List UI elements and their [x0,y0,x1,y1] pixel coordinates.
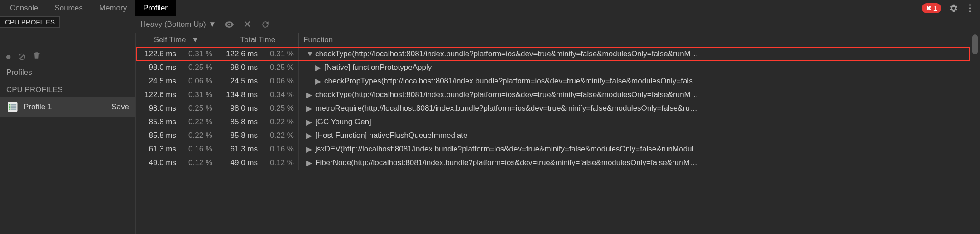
self-cell: 98.0 ms0.25 % [136,102,217,115]
self-pct: 0.16 % [179,145,215,154]
total-pct: 0.34 % [260,90,297,99]
chevron-right-icon[interactable]: ▶ [306,90,312,100]
table-row[interactable]: 98.0 ms0.25 %98.0 ms0.25 %▶metroRequire(… [136,102,970,115]
trash-icon[interactable] [32,51,41,63]
view-mode-dropdown[interactable]: Heavy (Bottom Up) ▼ [140,20,216,29]
chevron-right-icon[interactable]: ▶ [306,131,312,141]
svg-rect-2 [9,106,10,107]
function-cell: ▶FiberNode(http://localhost:8081/index.b… [299,156,970,170]
sidebar: ● ⊘ Profiles CPU PROFILES Profile 1 Save [0,33,136,234]
cpu-profiles-chip[interactable]: CPU PROFILES [0,16,60,28]
error-icon: ✖ [926,5,932,12]
svg-rect-1 [9,104,10,105]
total-cell: 134.8 ms0.34 % [217,88,299,102]
chevron-right-icon[interactable]: ▶ [306,117,312,127]
function-cell: ▶[Native] functionPrototypeApply [299,61,970,74]
self-pct: 0.25 % [179,63,215,72]
total-cell: 61.3 ms0.16 % [217,142,299,156]
table-row[interactable]: 98.0 ms0.25 %98.0 ms0.25 %▶[Native] func… [136,61,970,74]
svg-rect-3 [9,107,10,108]
function-name: metroRequire(http://localhost:8081/index… [315,104,697,113]
table-row[interactable]: 122.6 ms0.31 %134.8 ms0.34 %▶checkType(h… [136,88,970,102]
chevron-right-icon[interactable]: ▶ [306,145,312,154]
tab-sources[interactable]: Sources [46,0,91,16]
total-ms: 98.0 ms [217,63,260,72]
chevron-right-icon[interactable]: ▶ [315,77,322,86]
sidebar-item-save-link[interactable]: Save [111,102,129,112]
self-cell: 24.5 ms0.06 % [136,74,217,88]
total-pct: 0.31 % [260,49,297,58]
eye-icon[interactable] [224,20,234,29]
chevron-right-icon[interactable]: ▶ [315,63,322,73]
svg-rect-6 [11,106,17,107]
sidebar-group-cpu-profiles: CPU PROFILES [0,81,135,97]
record-icon[interactable]: ● [5,51,11,63]
self-pct: 0.31 % [179,49,215,58]
svg-rect-4 [9,109,10,110]
table-row[interactable]: 122.6 ms0.31 %122.6 ms0.31 %▼checkType(h… [136,47,970,61]
sidebar-item-profile-1[interactable]: Profile 1 Save [0,97,135,117]
self-ms: 98.0 ms [136,63,179,72]
function-cell: ▶checkPropTypes(http://localhost:8081/in… [299,74,970,88]
column-header-self-time[interactable]: Self Time ▼ [136,33,217,47]
self-cell: 98.0 ms0.25 % [136,61,217,74]
vertical-scrollbar[interactable] [970,33,980,234]
table-row[interactable]: 85.8 ms0.22 %85.8 ms0.22 %▶[GC Young Gen… [136,115,970,129]
function-name: FiberNode(http://localhost:8081/index.bu… [315,158,697,167]
self-pct: 0.22 % [179,131,215,140]
self-pct: 0.22 % [179,117,215,127]
total-pct: 0.25 % [260,104,297,113]
total-cell: 49.0 ms0.12 % [217,156,299,170]
function-cell: ▶[GC Young Gen] [299,115,970,129]
more-icon[interactable] [965,3,975,14]
top-tab-bar: Console Sources Memory Profiler ✖ 1 [0,0,980,16]
self-pct: 0.25 % [179,104,215,113]
self-pct: 0.12 % [179,158,215,167]
self-pct: 0.06 % [179,77,215,86]
total-cell: 98.0 ms0.25 % [217,102,299,115]
self-ms: 61.3 ms [136,145,179,154]
function-cell: ▶metroRequire(http://localhost:8081/inde… [299,102,970,115]
sidebar-toolbar: ● ⊘ [0,47,135,63]
self-pct: 0.31 % [179,90,215,99]
chevron-right-icon[interactable]: ▶ [306,104,312,113]
table-row[interactable]: 61.3 ms0.16 %61.3 ms0.16 %▶jsxDEV(http:/… [136,142,970,156]
column-header-function[interactable]: Function [299,33,970,47]
table-row[interactable]: 24.5 ms0.06 %24.5 ms0.06 %▶checkPropType… [136,74,970,88]
function-cell: ▶[Host Function] nativeFlushQueueImmedia… [299,129,970,142]
table-row[interactable]: 49.0 ms0.12 %49.0 ms0.12 %▶FiberNode(htt… [136,156,970,170]
total-ms: 85.8 ms [217,131,260,140]
error-count-badge[interactable]: ✖ 1 [922,3,941,13]
total-cell: 24.5 ms0.06 % [217,74,299,88]
scrollbar-thumb[interactable] [972,34,978,54]
profile-table: Self Time ▼ Total Time Function 122.6 ms… [136,33,970,234]
view-mode-label: Heavy (Bottom Up) [140,20,206,29]
chevron-right-icon[interactable]: ▶ [306,158,312,168]
function-name: [Native] functionPrototypeApply [324,63,432,72]
subheader: CPU PROFILES Heavy (Bottom Up) ▼ ✕ [0,16,980,33]
total-ms: 24.5 ms [217,77,260,86]
block-icon[interactable]: ⊘ [18,51,26,63]
tab-profiler[interactable]: Profiler [135,0,176,16]
chevron-down-icon: ▼ [209,20,216,29]
chevron-down-icon[interactable]: ▼ [306,49,312,58]
reload-icon[interactable] [260,20,270,29]
close-icon[interactable]: ✕ [242,20,252,29]
self-ms: 49.0 ms [136,158,179,167]
function-name: [Host Function] nativeFlushQueueImmediat… [315,131,467,140]
gear-icon[interactable] [948,3,959,14]
function-name: jsxDEV(http://localhost:8081/index.bundl… [315,145,701,154]
function-name: checkType(http://localhost:8081/index.bu… [315,49,698,58]
total-cell: 85.8 ms0.22 % [217,115,299,129]
column-header-total-time[interactable]: Total Time [217,33,299,47]
self-cell: 49.0 ms0.12 % [136,156,217,170]
table-header: Self Time ▼ Total Time Function [136,33,970,47]
self-cell: 85.8 ms0.22 % [136,115,217,129]
table-row[interactable]: 85.8 ms0.22 %85.8 ms0.22 %▶[Host Functio… [136,129,970,142]
self-ms: 24.5 ms [136,77,179,86]
function-cell: ▶checkType(http://localhost:8081/index.b… [299,88,970,102]
total-pct: 0.16 % [260,145,297,154]
tab-console[interactable]: Console [2,0,46,16]
tab-memory[interactable]: Memory [91,0,135,16]
total-cell: 85.8 ms0.22 % [217,129,299,142]
